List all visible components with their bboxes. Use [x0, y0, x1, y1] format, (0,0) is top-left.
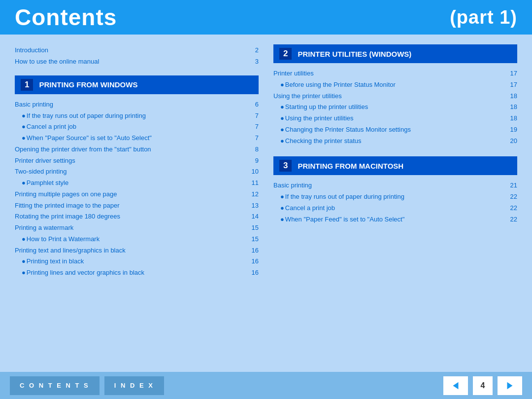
main-content: Introduction 2 How to use the online man… [0, 35, 532, 372]
item-label: Using the printer utilities [285, 113, 505, 124]
list-item[interactable]: ● Changing the Printer Status Monitor se… [273, 124, 517, 136]
list-item[interactable]: ● How to Print a Watermark 15 [15, 234, 259, 245]
list-item[interactable]: Basic printing 6 [15, 99, 259, 110]
item-label: Printing multiple pages on one page [15, 189, 246, 200]
item-label: Pamphlet style [27, 178, 246, 189]
list-item[interactable]: Opening the printer driver from the "sta… [15, 144, 259, 155]
page-number-display: 4 [473, 376, 493, 395]
item-label: Two-sided printing [15, 166, 246, 178]
item-label: Printing a watermark [15, 222, 246, 234]
item-page: 22 [505, 191, 517, 203]
list-item[interactable]: ● Using the printer utilities 18 [273, 113, 517, 124]
item-label: Basic printing [15, 99, 246, 110]
list-item[interactable]: Basic printing 21 [273, 180, 517, 191]
index-button[interactable]: I N D E X [104, 376, 164, 395]
list-item[interactable]: ● Printing text in black 16 [15, 256, 259, 267]
next-arrow-icon [504, 380, 515, 391]
toc-link-howto[interactable]: How to use the online manual 3 [15, 56, 259, 67]
item-page: 7 [246, 110, 259, 122]
list-item[interactable]: Fitting the printed image to the paper 1… [15, 200, 259, 212]
list-item[interactable]: Printer driver settings 9 [15, 155, 259, 167]
item-label: Printing text in black [27, 256, 246, 267]
item-page: 10 [246, 166, 259, 178]
list-item[interactable]: Printer utilities 17 [273, 68, 517, 79]
item-page: 16 [246, 256, 259, 267]
item-label: When "Paper Feed" is set to "Auto Select… [285, 214, 505, 225]
page-title: Contents [15, 4, 117, 31]
item-label: If the tray runs out of paper during pri… [285, 191, 505, 203]
section2-header: 2 PRINTER UTILITIES (WINDOWS) [273, 44, 517, 63]
item-page: 16 [246, 267, 259, 279]
section3-number: 3 [279, 160, 292, 172]
item-label: Using the printer utilities [273, 91, 505, 102]
item-label: Rotating the print image 180 degrees [15, 211, 246, 222]
item-page: 11 [246, 178, 259, 189]
item-label: Checking the printer status [285, 136, 505, 147]
section1-number: 1 [21, 79, 33, 91]
next-page-button[interactable] [498, 376, 522, 395]
intro-page: 2 [246, 44, 259, 56]
howto-label: How to use the online manual [15, 56, 99, 67]
footer: C O N T E N T S I N D E X 4 [0, 372, 532, 399]
list-item[interactable]: ● Printing lines and vector graphics in … [15, 267, 259, 279]
item-page: 15 [246, 234, 259, 245]
item-page: 17 [505, 68, 517, 79]
item-page: 7 [246, 121, 259, 133]
howto-page: 3 [246, 56, 259, 67]
list-item[interactable]: ● Checking the printer status 20 [273, 136, 517, 147]
item-page: 22 [505, 214, 517, 225]
left-column: Introduction 2 How to use the online man… [15, 44, 259, 362]
list-item[interactable]: ● When "Paper Source" is set to "Auto Se… [15, 133, 259, 144]
item-page: 19 [505, 124, 517, 136]
list-item[interactable]: Printing a watermark 15 [15, 222, 259, 234]
list-item[interactable]: Rotating the print image 180 degrees 14 [15, 211, 259, 222]
item-page: 14 [246, 211, 259, 222]
intro-section: Introduction 2 How to use the online man… [15, 44, 259, 68]
page-part: (part 1) [450, 7, 517, 28]
list-item[interactable]: Printing multiple pages on one page 12 [15, 189, 259, 200]
item-page: 12 [246, 189, 259, 200]
item-label: Printer utilities [273, 68, 505, 79]
list-item[interactable]: Two-sided printing 10 [15, 166, 259, 178]
prev-page-button[interactable] [443, 376, 468, 395]
section3-header: 3 PRINTING FROM MACINTOSH [273, 156, 517, 175]
item-label: Cancel a print job [27, 121, 246, 133]
item-label: Starting up the printer utilities [285, 102, 505, 113]
item-page: 18 [505, 102, 517, 113]
section1-header: 1 PRINTING FROM WINDOWS [15, 75, 259, 94]
section3: 3 PRINTING FROM MACINTOSH Basic printing… [273, 156, 517, 225]
item-page: 16 [246, 245, 259, 256]
item-label: Printing text and lines/graphics in blac… [15, 245, 246, 256]
section2-title: PRINTER UTILITIES (WINDOWS) [298, 50, 411, 58]
list-item[interactable]: ● When "Paper Feed" is set to "Auto Sele… [273, 214, 517, 225]
item-label: Printer driver settings [15, 155, 246, 167]
list-item[interactable]: ● Cancel a print job 22 [273, 203, 517, 214]
section1-title: PRINTING FROM WINDOWS [39, 80, 137, 89]
item-page: 8 [246, 144, 259, 155]
item-page: 15 [246, 222, 259, 234]
item-label: How to Print a Watermark [27, 234, 246, 245]
list-item[interactable]: ● If the tray runs out of paper during p… [15, 110, 259, 122]
list-item[interactable]: Printing text and lines/graphics in blac… [15, 245, 259, 256]
right-column: 2 PRINTER UTILITIES (WINDOWS) Printer ut… [273, 44, 517, 362]
item-page: 6 [246, 99, 259, 110]
list-item[interactable]: ● Pamphlet style 11 [15, 178, 259, 189]
item-label: Fitting the printed image to the paper [15, 200, 246, 212]
contents-button[interactable]: C O N T E N T S [10, 376, 100, 395]
section3-title: PRINTING FROM MACINTOSH [298, 162, 403, 170]
list-item[interactable]: ● Cancel a print job 7 [15, 121, 259, 133]
list-item[interactable]: ● If the tray runs out of paper during p… [273, 191, 517, 203]
item-page: 22 [505, 203, 517, 214]
list-item[interactable]: ● Before using the Printer Status Monito… [273, 79, 517, 91]
item-page: 20 [505, 136, 517, 147]
list-item[interactable]: Using the printer utilities 18 [273, 91, 517, 102]
item-label: Cancel a print job [285, 203, 505, 214]
item-page: 17 [505, 79, 517, 91]
item-label: Printing lines and vector graphics in bl… [27, 267, 246, 279]
list-item[interactable]: ● Starting up the printer utilities 18 [273, 102, 517, 113]
toc-link-intro[interactable]: Introduction 2 [15, 44, 259, 56]
item-page: 18 [505, 113, 517, 124]
prev-arrow-icon [450, 380, 461, 391]
item-page: 7 [246, 133, 259, 144]
item-label: Changing the Printer Status Monitor sett… [285, 124, 505, 136]
